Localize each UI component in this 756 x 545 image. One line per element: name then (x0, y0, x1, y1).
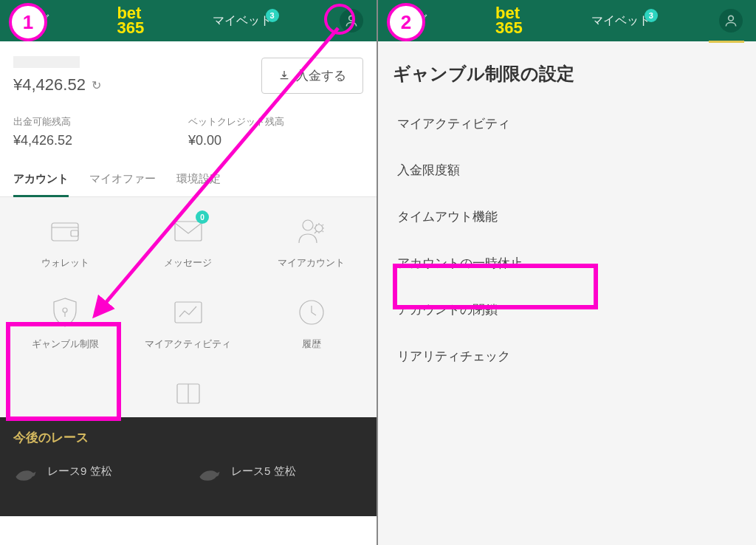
nav-mybet[interactable]: マイベット (213, 14, 272, 27)
settings-item-timeout[interactable]: タイムアウト機能 (378, 193, 756, 240)
chart-icon (173, 301, 203, 324)
notification-badge: 3 (266, 9, 279, 22)
nav-mybet-wrap[interactable]: マイベット 3 (213, 13, 272, 29)
tab-account[interactable]: アカウント (13, 172, 69, 196)
grid-messages[interactable]: 0 メッセージ (131, 215, 247, 270)
betcredit-label: ベットクレジット残高 (188, 115, 363, 128)
deposit-button[interactable]: 入金する (261, 58, 363, 94)
svg-point-1 (349, 16, 354, 21)
svg-rect-8 (175, 302, 202, 323)
horse-icon (197, 461, 222, 481)
screenshot-step-2: 2 ライブ bet 365 マイベット 3 ギャンブル制限の設定 マイアクティビ… (378, 0, 756, 545)
app-header: ライブ bet 365 マイベット 3 (378, 0, 756, 41)
nav-mybet[interactable]: マイベット (591, 14, 650, 27)
withdrawable-value: ¥4,426.52 (13, 133, 188, 148)
message-count-badge: 0 (196, 210, 209, 224)
user-gear-icon (297, 216, 326, 246)
svg-point-7 (63, 308, 67, 312)
clock-icon (298, 298, 326, 326)
username-redacted (13, 56, 80, 68)
screenshot-step-1: 1 ライブ bet 365 マイベット 3 ¥4,426.52 ↻ (0, 0, 378, 545)
annotation-step-2: 2 (387, 3, 425, 41)
betcredit-value: ¥0.00 (188, 133, 363, 148)
download-icon (278, 69, 290, 81)
svg-rect-4 (175, 222, 202, 241)
svg-point-11 (729, 16, 734, 21)
grid-myaccount-label: マイアカウント (278, 256, 345, 270)
withdrawable-block: 出金可能残高 ¥4,426.52 (13, 115, 188, 148)
svg-rect-3 (71, 230, 78, 236)
account-tabs: アカウント マイオファー 環境設定 (0, 162, 377, 197)
grid-history-label: 履歴 (302, 337, 321, 351)
grid-gambling-label: ギャンブル制限 (32, 337, 99, 351)
shield-lock-icon (51, 297, 79, 328)
upcoming-title: 今後のレース (13, 429, 363, 446)
svg-point-5 (303, 220, 313, 230)
horse-icon (13, 461, 38, 481)
svg-point-6 (315, 224, 323, 232)
logo-text-bot: 365 (495, 21, 523, 35)
brand-logo[interactable]: bet 365 (117, 6, 144, 35)
account-grid: ウォレット 0 メッセージ マイアカウント ギャンブル制限 マイアクティビティ … (0, 197, 377, 417)
grid-messages-label: メッセージ (164, 256, 212, 270)
brand-logo[interactable]: bet 365 (495, 6, 523, 35)
profile-button[interactable] (719, 9, 743, 32)
grid-wallet[interactable]: ウォレット (7, 215, 123, 270)
balance-row: ¥4,426.52 ↻ 入金する (0, 41, 377, 108)
withdrawable-label: 出金可能残高 (13, 115, 188, 128)
settings-item-myactivity[interactable]: マイアクティビティ (378, 100, 756, 147)
grid-myactivity[interactable]: マイアクティビティ (131, 296, 247, 351)
grid-myactivity-label: マイアクティビティ (145, 337, 231, 351)
grid-history[interactable]: 履歴 (253, 296, 369, 351)
logo-text-bot: 365 (117, 21, 144, 35)
grid-extra[interactable] (131, 377, 247, 410)
race-2-label: レース5 笠松 (231, 465, 296, 479)
document-icon (176, 383, 201, 405)
grid-wallet-label: ウォレット (41, 256, 89, 270)
upcoming-races: 今後のレース レース9 笠松 レース5 笠松 (0, 417, 377, 516)
settings-item-deposit-limit[interactable]: 入金限度額 (378, 147, 756, 193)
betcredit-block: ベットクレジット残高 ¥0.00 (188, 115, 363, 148)
main-balance: ¥4,426.52 (13, 75, 86, 95)
race-item-1[interactable]: レース9 笠松 (13, 461, 179, 481)
grid-gambling[interactable]: ギャンブル制限 (7, 296, 123, 351)
grid-myaccount[interactable]: マイアカウント (253, 215, 369, 270)
envelope-icon (173, 220, 203, 242)
nav-mybet-wrap[interactable]: マイベット 3 (591, 13, 650, 29)
settings-item-suspend[interactable]: アカウントの一時休止 (378, 240, 756, 287)
race-item-2[interactable]: レース5 笠松 (197, 461, 363, 481)
deposit-label: 入金する (296, 67, 346, 84)
tab-myoffer[interactable]: マイオファー (89, 172, 156, 196)
profile-button[interactable] (340, 9, 363, 32)
profile-icon (344, 13, 359, 28)
wallet-icon (50, 219, 80, 244)
settings-item-close[interactable]: アカウントの閉鎖 (378, 287, 756, 333)
svg-rect-2 (52, 223, 78, 241)
race-1-label: レース9 笠松 (47, 465, 112, 479)
settings-title: ギャンブル制限の設定 (378, 41, 756, 100)
profile-icon (724, 13, 738, 28)
notification-badge: 3 (645, 9, 658, 22)
settings-item-reality[interactable]: リアリティチェック (378, 333, 756, 380)
app-header: ライブ bet 365 マイベット 3 (0, 0, 377, 41)
annotation-step-1: 1 (9, 3, 47, 41)
refresh-icon[interactable]: ↻ (92, 78, 101, 92)
tab-prefs[interactable]: 環境設定 (176, 172, 221, 196)
sub-balances: 出金可能残高 ¥4,426.52 ベットクレジット残高 ¥0.00 (0, 108, 377, 162)
settings-panel: ギャンブル制限の設定 マイアクティビティ 入金限度額 タイムアウト機能 アカウン… (378, 41, 756, 545)
